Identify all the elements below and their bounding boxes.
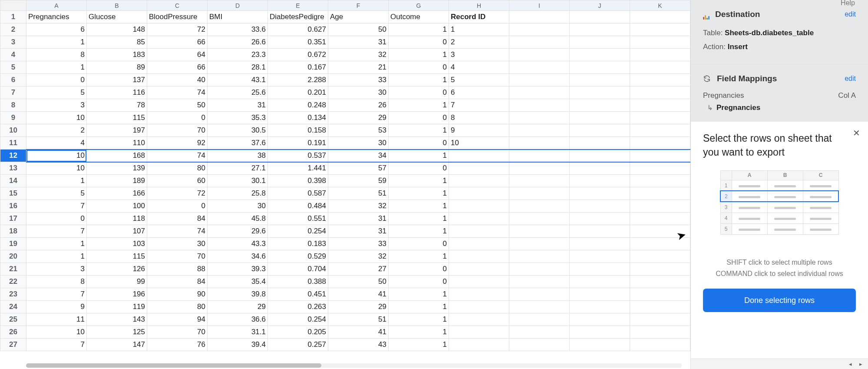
cell[interactable] [570,23,630,36]
cell[interactable] [509,301,570,313]
select-all-corner[interactable] [0,0,26,11]
cell[interactable] [630,276,690,288]
cell[interactable]: 33 [328,74,389,86]
cell[interactable]: 10 [26,326,87,339]
cell[interactable] [630,150,690,162]
cell[interactable] [570,86,630,99]
cell[interactable]: 0.551 [268,213,328,225]
cell[interactable]: 7 [449,99,509,112]
cell[interactable]: 25.6 [208,86,268,99]
cell[interactable]: 10 [26,150,87,162]
cell[interactable]: Outcome [389,11,449,23]
cell[interactable] [570,150,630,162]
cell[interactable] [570,36,630,49]
cell[interactable] [630,250,690,263]
cell[interactable]: 0 [389,276,449,288]
cell[interactable]: 1 [26,36,87,49]
cell[interactable] [509,175,570,187]
cell[interactable]: 1 [26,238,87,250]
cell[interactable] [630,11,690,23]
cell[interactable]: 34 [328,150,389,162]
cell[interactable]: 1 [389,326,449,339]
cell[interactable]: 27.1 [208,162,268,175]
cell[interactable]: 70 [147,124,208,137]
cell[interactable]: 1 [389,175,449,187]
cell[interactable]: 94 [147,313,208,326]
cell[interactable] [570,200,630,213]
cell[interactable] [449,339,509,351]
cell[interactable] [630,86,690,99]
cell[interactable] [570,49,630,61]
cell[interactable]: 107 [87,225,147,238]
cell[interactable] [509,339,570,351]
cell[interactable]: 1 [389,301,449,313]
cell[interactable]: 32 [328,250,389,263]
cell[interactable]: 3 [26,263,87,276]
cell[interactable]: 0.263 [268,301,328,313]
cell[interactable] [570,112,630,124]
tab-prev-button[interactable]: ◂ [846,360,854,368]
cell[interactable] [509,326,570,339]
cell[interactable] [630,124,690,137]
row-header[interactable]: 22 [0,276,26,288]
cell[interactable]: 70 [147,326,208,339]
cell[interactable] [570,74,630,86]
cell[interactable] [630,137,690,150]
cell[interactable] [509,49,570,61]
cell[interactable]: 0.183 [268,238,328,250]
cell[interactable]: 38 [208,150,268,162]
cell[interactable]: 39.4 [208,339,268,351]
row-header[interactable]: 14 [0,175,26,187]
cell[interactable]: 8 [449,112,509,124]
cell[interactable]: 0.254 [268,225,328,238]
cell[interactable]: 9 [26,301,87,313]
cell[interactable] [570,175,630,187]
cell[interactable] [509,124,570,137]
cell[interactable]: 1 [26,175,87,187]
cell[interactable] [509,225,570,238]
cell[interactable]: 1 [389,200,449,213]
cell[interactable]: 148 [87,23,147,36]
cell[interactable]: 0.704 [268,263,328,276]
cell[interactable]: 92 [147,137,208,150]
cell[interactable]: 35.3 [208,112,268,124]
cell[interactable]: 31 [208,99,268,112]
column-header-h[interactable]: H [449,0,509,11]
cell[interactable]: 7 [26,200,87,213]
cell[interactable]: 84 [147,276,208,288]
cell[interactable]: 166 [87,187,147,200]
cell[interactable] [630,74,690,86]
cell[interactable]: 78 [87,99,147,112]
cell[interactable]: 1 [389,99,449,112]
cell[interactable]: 36.6 [208,313,268,326]
cell[interactable] [449,301,509,313]
cell[interactable]: 28.1 [208,61,268,74]
cell[interactable]: 0.672 [268,49,328,61]
column-header-a[interactable]: A [26,0,87,11]
cell[interactable]: 74 [147,86,208,99]
cell[interactable]: 7 [26,288,87,301]
cell[interactable]: 0.201 [268,86,328,99]
cell[interactable] [630,288,690,301]
cell[interactable] [509,137,570,150]
cell[interactable]: 0 [389,263,449,276]
column-header-g[interactable]: G [389,0,449,11]
cell[interactable]: 139 [87,162,147,175]
column-header-i[interactable]: I [509,0,570,11]
cell[interactable]: 0.191 [268,137,328,150]
cell[interactable] [449,175,509,187]
tab-next-button[interactable]: ▸ [857,360,865,368]
cell[interactable]: 10 [26,112,87,124]
cell[interactable] [509,36,570,49]
cell[interactable]: 66 [147,36,208,49]
cell[interactable] [449,200,509,213]
cell[interactable]: 8 [26,276,87,288]
row-header[interactable]: 13 [0,162,26,175]
row-header[interactable]: 9 [0,112,26,124]
row-header[interactable]: 24 [0,301,26,313]
cell[interactable] [570,61,630,74]
cell[interactable]: 4 [449,61,509,74]
cell[interactable]: 74 [147,150,208,162]
cell[interactable]: 50 [147,99,208,112]
cell[interactable] [509,61,570,74]
